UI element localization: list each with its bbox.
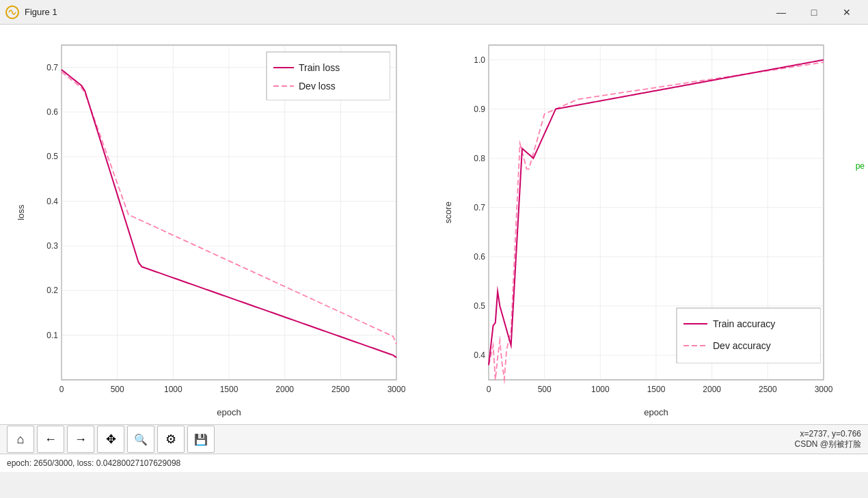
toolbar-buttons: ⌂ ← → ✥ 🔍 ⚙ 💾 <box>7 426 215 453</box>
forward-button[interactable]: → <box>67 426 94 453</box>
source-label: CSDN @别被打脸 <box>794 439 861 450</box>
save-icon: 💾 <box>194 433 208 446</box>
status-bar: epoch: 2650/3000, loss: 0.04280027107629… <box>0 454 868 472</box>
charts-area: pe <box>0 25 868 424</box>
home-button[interactable]: ⌂ <box>7 426 34 453</box>
pan-button[interactable]: ✥ <box>97 426 124 453</box>
home-icon: ⌂ <box>17 432 25 447</box>
title-bar: Figure 1 — □ ✕ <box>0 0 868 25</box>
title-bar-left: Figure 1 <box>5 5 57 19</box>
window-title: Figure 1 <box>25 7 57 17</box>
sidebar-green-text: pe <box>856 161 865 171</box>
zoom-icon: 🔍 <box>134 433 148 446</box>
accuracy-chart-container <box>441 31 854 421</box>
main-content: pe ⌂ ← → ✥ 🔍 ⚙ 💾 <box>0 25 868 472</box>
back-button[interactable]: ← <box>37 426 64 453</box>
zoom-button[interactable]: 🔍 <box>127 426 154 453</box>
accuracy-chart[interactable] <box>441 31 837 421</box>
app-icon <box>5 5 19 19</box>
settings-button[interactable]: ⚙ <box>157 426 185 453</box>
toolbar: ⌂ ← → ✥ 🔍 ⚙ 💾 x=2737, y=0.766 CSDN @别 <box>0 424 868 454</box>
loss-chart-container <box>14 31 427 421</box>
settings-icon: ⚙ <box>165 432 176 447</box>
coordinates-display: x=2737, y=0.766 <box>800 429 861 439</box>
minimize-button[interactable]: — <box>765 2 797 23</box>
window-controls: — □ ✕ <box>765 2 863 23</box>
loss-chart[interactable] <box>14 31 410 421</box>
status-text: epoch: 2650/3000, loss: 0.04280027107629… <box>7 458 180 468</box>
back-icon: ← <box>44 432 57 447</box>
forward-icon: → <box>74 432 87 447</box>
save-button[interactable]: 💾 <box>187 426 215 453</box>
pan-icon: ✥ <box>106 432 116 447</box>
close-button[interactable]: ✕ <box>831 2 863 23</box>
toolbar-status: x=2737, y=0.766 CSDN @别被打脸 <box>794 429 861 450</box>
maximize-button[interactable]: □ <box>798 2 830 23</box>
